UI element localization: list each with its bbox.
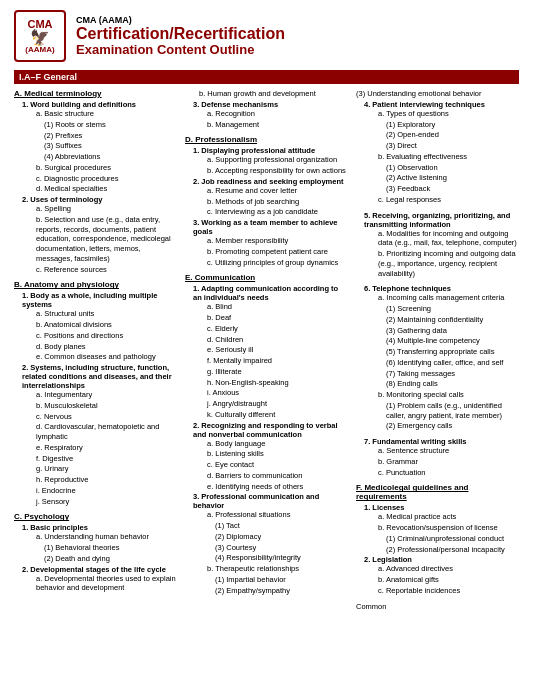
section-e-title: E. Communication — [185, 273, 348, 282]
logo-cma-text: CMA — [27, 19, 52, 30]
paren-item: (8) Ending calls — [386, 379, 519, 389]
section-patient-interview: 4. Patient interviewing techniques a. Ty… — [356, 100, 519, 205]
letter-item: c. Punctuation — [378, 468, 519, 478]
paren-item: (1) Criminal/unprofessional conduct — [386, 534, 519, 544]
numbered-item: 6. Telephone techniques a. Incoming call… — [364, 284, 519, 431]
letter-item: b. Methods of job searching — [207, 197, 348, 207]
letter-item: a. Structural units — [36, 309, 177, 319]
section-e-item3: 3. Professional communication and behavi… — [193, 492, 348, 595]
letter-item: f. Mentally impaired — [207, 356, 348, 366]
letter-item: c. Legal responses — [378, 195, 519, 205]
letter-item: b. Musculoskeletal — [36, 401, 177, 411]
letter-item: a. Spelling — [36, 204, 177, 214]
paren-item: (2) Professional/personal incapacity — [386, 545, 519, 555]
paren-item: (1) Screening — [386, 304, 519, 314]
letter-item: e. Seriously ill — [207, 345, 348, 355]
letter-item: d. Cardiovascular, hematopoietic and lym… — [36, 422, 177, 442]
letter-item: b. Surgical procedures — [36, 163, 177, 173]
letter-item: a. Sentence structure — [378, 446, 519, 456]
numbered-item: 7. Fundamental writing skills a. Sentenc… — [364, 437, 519, 477]
paren-item: (1) Observation — [386, 163, 519, 173]
section-d-item3: 3. Working as a team member to achieve g… — [193, 218, 348, 267]
paren-item: (1) Tact — [215, 521, 348, 531]
letter-item: i. Endocrine — [36, 486, 177, 496]
section-a-title: A. Medical terminology — [14, 89, 177, 98]
letter-item: h. Reproductive — [36, 475, 177, 485]
letter-item: a. Medical practice acts — [378, 512, 519, 522]
letter-item: c. Eye contact — [207, 460, 348, 470]
letter-item: e. Respiratory — [36, 443, 177, 453]
numbered-item: 5. Receiving, organizing, prioritizing, … — [364, 211, 519, 279]
letter-item: a. Recognition — [207, 109, 348, 119]
letter-item: e. Common diseases and pathology — [36, 352, 177, 362]
column-2: b. Human growth and development 3. Defen… — [185, 89, 348, 611]
paren-item: (3) Courtesy — [215, 543, 348, 553]
header-title2: Examination Content Outline — [76, 43, 285, 57]
numbered-item: 4. Patient interviewing techniques a. Ty… — [364, 100, 519, 205]
letter-item: b. Anatomical gifts — [378, 575, 519, 585]
letter-item: j. Sensory — [36, 497, 177, 507]
letter-item: b. Promoting competent patient care — [207, 247, 348, 257]
paren-item: (1) Problem calls (e.g., unidentified ca… — [386, 401, 519, 421]
paren-item: (5) Transferring appropriate calls — [386, 347, 519, 357]
section-a: A. Medical terminology 1. Word building … — [14, 89, 177, 274]
letter-item: a. Blind — [207, 302, 348, 312]
section-d: D. Professionalism 1. Displaying profess… — [185, 135, 348, 267]
section-d-title: D. Professionalism — [185, 135, 348, 144]
paren-item: (3) Feedback — [386, 184, 519, 194]
section-b-item1: 1. Body as a whole, including multiple s… — [22, 291, 177, 362]
section-bar: I.A–F General — [14, 70, 519, 84]
paren-item: (1) Impartial behavior — [215, 575, 348, 585]
letter-item: j. Angry/distraught — [207, 399, 348, 409]
logo-aama-text: (AAMA) — [25, 46, 54, 54]
paren-item: (1) Roots or stems — [44, 120, 177, 130]
header-subtitle: CMA (AAMA) — [76, 15, 285, 25]
letter-item: b. Deaf — [207, 313, 348, 323]
letter-item: b. Prioritizing incoming and outgoing da… — [378, 249, 519, 278]
paren-item: (3) Suffixes — [44, 141, 177, 151]
section-c-title: C. Psychology — [14, 512, 177, 521]
logo-eagle-icon: 🦅 — [30, 30, 50, 46]
letter-item: d. Body planes — [36, 342, 177, 352]
section-b-item2: 2. Systems, including structure, functio… — [22, 363, 177, 506]
paren-item: (2) Open-ended — [386, 130, 519, 140]
content-columns: A. Medical terminology 1. Word building … — [14, 89, 519, 611]
letter-item: a. Understanding human behavior — [36, 532, 177, 542]
letter-item: b. Evaluating effectiveness — [378, 152, 519, 162]
letter-item: a. Advanced directives — [378, 564, 519, 574]
letter-item: b. Anatomical divisions — [36, 320, 177, 330]
section-d-item1: 1. Displaying professional attitude a. S… — [193, 146, 348, 176]
section-a-item2: 2. Uses of terminology a. Spelling b. Se… — [22, 195, 177, 274]
letter-item: g. Illiterate — [207, 367, 348, 377]
letter-item: a. Modalities for incoming and outgoing … — [378, 229, 519, 249]
paren-item: (3) Understanding emotional behavior — [356, 89, 519, 99]
section-d-item2: 2. Job readiness and seeking employment … — [193, 177, 348, 217]
letter-item: c. Positions and directions — [36, 331, 177, 341]
letter-item: k. Culturally different — [207, 410, 348, 420]
section-b: B. Anatomy and physiology 1. Body as a w… — [14, 280, 177, 506]
paren-item: (1) Behavioral theories — [44, 543, 177, 553]
paren-item: (2) Maintaining confidentiality — [386, 315, 519, 325]
section-defense: 3. Defense mechanisms a. Recognition b. … — [185, 100, 348, 130]
common-label: Common — [356, 602, 519, 611]
letter-item: b. Grammar — [378, 457, 519, 467]
letter-item: b. Accepting responsibility for own acti… — [207, 166, 348, 176]
section-f: F. Medicolegal guidelines and requiremen… — [356, 483, 519, 595]
letter-item: b. Listening skills — [207, 449, 348, 459]
letter-item: c. Interviewing as a job candidate — [207, 207, 348, 217]
letter-item: a. Supporting professional organization — [207, 155, 348, 165]
paren-item: (2) Diplomacy — [215, 532, 348, 542]
column-3: (3) Understanding emotional behavior 4. … — [356, 89, 519, 611]
paren-item: (7) Taking messages — [386, 369, 519, 379]
letter-item: c. Reportable incidences — [378, 586, 519, 596]
numbered-item: 3. Defense mechanisms a. Recognition b. … — [193, 100, 348, 130]
section-e-item2: 2. Recognizing and responding to verbal … — [193, 421, 348, 492]
letter-item: f. Digestive — [36, 454, 177, 464]
letter-item: a. Member responsibility — [207, 236, 348, 246]
letter-item: g. Urinary — [36, 464, 177, 474]
letter-item: a. Developmental theories used to explai… — [36, 574, 177, 594]
letter-item: b. Revocation/suspension of license — [378, 523, 519, 533]
paren-item: (3) Direct — [386, 141, 519, 151]
section-b-title: B. Anatomy and physiology — [14, 280, 177, 289]
paren-item: (3) Gathering data — [386, 326, 519, 336]
